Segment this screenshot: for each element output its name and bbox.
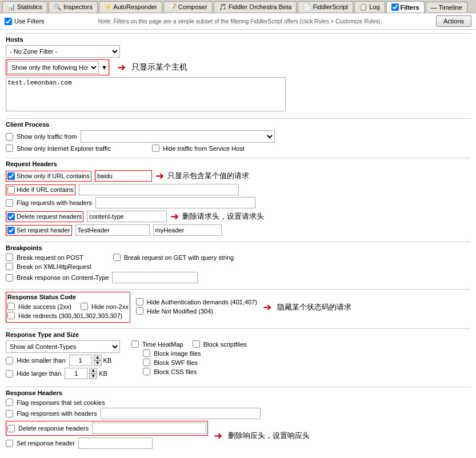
set-resp-header-name-input[interactable] xyxy=(78,437,153,449)
flag-requests-input[interactable] xyxy=(95,197,255,208)
tab-filters[interactable]: Filters xyxy=(386,1,425,13)
hide-url-label: Hide if URL contains xyxy=(17,186,74,193)
tab-inspectors[interactable]: 🔍 Inspectors xyxy=(49,1,98,13)
hide-larger-input[interactable] xyxy=(65,368,87,379)
tab-fiddler-orchestra[interactable]: 🎵 Fiddler Orchestra Beta xyxy=(214,1,297,13)
set-resp-header-checkbox[interactable] xyxy=(6,440,13,447)
breakpoints-label: Breakpoints xyxy=(6,244,470,251)
block-scriptfiles-checkbox[interactable] xyxy=(193,340,200,348)
filters-tab-checkbox[interactable] xyxy=(391,3,399,11)
hide-larger-checkbox[interactable] xyxy=(6,370,13,377)
flag-resp-headers-input[interactable] xyxy=(101,408,261,419)
ie-traffic-row: Show only Internet Explorer traffic Hide… xyxy=(6,144,470,152)
hide-traffic-service-checkbox[interactable] xyxy=(152,144,159,152)
response-type-left: Show all Content-Types Hide smaller than… xyxy=(6,340,120,381)
flag-resp-headers-checkbox[interactable] xyxy=(6,410,13,417)
tab-autoresponder[interactable]: ⚡ AutoResponder xyxy=(99,1,162,13)
show-only-url-row: Show only if URL contains ➜ 只显示包含某个值的请求 xyxy=(6,170,470,182)
set-header-value-input[interactable] xyxy=(153,224,222,236)
request-headers-label: Request Headers xyxy=(6,160,470,167)
break-post-checkbox[interactable] xyxy=(6,254,13,261)
hide-not-modified-label: Hide Not Modified (304) xyxy=(147,308,213,315)
traffic-from-select[interactable] xyxy=(81,130,275,143)
hide-larger-spinner: ▲ ▼ KB xyxy=(65,368,107,379)
break-response-checkbox[interactable] xyxy=(6,274,13,282)
set-header-checkbox[interactable] xyxy=(7,227,15,234)
request-headers-section: Request Headers Show only if URL contain… xyxy=(6,158,470,236)
tab-fiddlerscript[interactable]: 📄 FiddlerScript xyxy=(298,1,353,13)
block-swffiles-row: Block SWF files xyxy=(143,359,247,366)
use-filters-label[interactable]: Use Filters xyxy=(5,18,45,25)
hide-larger-down-btn[interactable]: ▼ xyxy=(89,373,97,379)
break-post-label: Break request on POST xyxy=(17,254,83,261)
break-response-input[interactable] xyxy=(112,272,198,283)
hosts-filter-select[interactable]: Show only the following Hosts xyxy=(7,61,99,74)
hide-larger-unit: KB xyxy=(99,370,107,377)
response-type-section: Response Type and Size Show all Content-… xyxy=(6,328,470,381)
content-type-select[interactable]: Show all Content-Types xyxy=(6,340,120,353)
hide-smaller-input[interactable] xyxy=(69,355,92,366)
hide-redirects-row: Hide redirects (300,301,302,303,307) xyxy=(7,312,129,319)
hide-not-modified-checkbox[interactable] xyxy=(136,307,143,315)
time-heatmap-label: Time HeatMap xyxy=(142,341,183,348)
hide-url-outlined: Hide if URL contains xyxy=(6,184,75,195)
flag-resp-headers-row: Flag responses with headers xyxy=(6,408,470,419)
flag-requests-checkbox[interactable] xyxy=(6,199,13,207)
annotation-arrow-hosts: ➜ xyxy=(117,61,126,74)
tab-statistics[interactable]: 📊 Statistics xyxy=(2,1,47,13)
break-xmlhttp-checkbox[interactable] xyxy=(6,263,13,270)
block-imagefiles-label: Block image files xyxy=(154,350,201,357)
show-only-url-checkbox[interactable] xyxy=(7,172,15,180)
hide-success-checkbox[interactable] xyxy=(7,303,15,310)
use-filters-checkbox[interactable] xyxy=(5,18,12,25)
break-response-row: Break response on Content-Type xyxy=(6,272,470,283)
show-only-traffic-checkbox[interactable] xyxy=(6,133,13,140)
flag-cookies-label: Flag responses that set cookies xyxy=(17,399,105,406)
tab-composer[interactable]: 📝 Composer xyxy=(163,1,213,13)
break-xmlhttp-label: Break on XMLHttpRequest xyxy=(17,263,91,270)
hide-smaller-up-btn[interactable]: ▲ xyxy=(94,355,102,360)
hide-redirects-checkbox[interactable] xyxy=(7,312,15,319)
break-get-checkbox[interactable] xyxy=(113,254,121,261)
hide-smaller-spinner: ▲ ▼ KB xyxy=(69,355,112,366)
time-heatmap-checkbox[interactable] xyxy=(131,340,139,348)
flag-cookies-checkbox[interactable] xyxy=(6,399,13,406)
client-process-section: Client Process Show only traffic from Sh… xyxy=(6,118,470,152)
actions-button[interactable]: Actions xyxy=(436,15,471,27)
hide-smaller-checkbox[interactable] xyxy=(6,357,13,364)
zone-filter-select[interactable]: - No Zone Filter - xyxy=(6,45,120,58)
hide-url-input[interactable] xyxy=(79,184,239,195)
block-imagefiles-checkbox[interactable] xyxy=(143,349,150,357)
hide-url-checkbox[interactable] xyxy=(7,186,15,194)
url-contains-input[interactable] xyxy=(95,170,152,182)
status-right-col: Hide Authentication demands (401,407) Hi… xyxy=(136,298,257,316)
break-response-label: Break response on Content-Type xyxy=(17,274,109,281)
set-header-name-input[interactable] xyxy=(75,224,150,236)
hide-smaller-row: Hide smaller than ▲ ▼ KB xyxy=(6,355,120,366)
hide-auth-checkbox[interactable] xyxy=(136,298,143,306)
show-only-ie-label: Show only Internet Explorer traffic xyxy=(17,145,111,152)
inspectors-icon: 🔍 xyxy=(54,3,62,10)
show-only-ie-checkbox[interactable] xyxy=(6,144,13,152)
delete-headers-checkbox[interactable] xyxy=(7,213,15,220)
tab-timeline[interactable]: — Timeline xyxy=(426,2,467,13)
client-process-label: Client Process xyxy=(6,121,470,128)
delete-resp-headers-input[interactable] xyxy=(92,423,206,434)
hosts-textarea[interactable]: test.lemonban.com xyxy=(6,77,286,111)
break-get-label: Break request on GET with query string xyxy=(124,254,234,261)
set-resp-header-label: Set response header xyxy=(17,440,75,447)
fiddlerscript-icon: 📄 xyxy=(303,3,311,10)
hide-larger-up-btn[interactable]: ▲ xyxy=(89,368,97,373)
hide-smaller-unit: KB xyxy=(103,357,112,364)
set-header-outlined: Set request header xyxy=(6,225,72,236)
hide-smaller-down-btn[interactable]: ▼ xyxy=(94,360,102,366)
delete-resp-headers-checkbox[interactable] xyxy=(7,425,15,432)
tab-log[interactable]: 📋 Log xyxy=(354,1,385,13)
tab-bar: 📊 Statistics 🔍 Inspectors ⚡ AutoResponde… xyxy=(0,0,476,13)
delete-headers-input[interactable] xyxy=(87,211,167,222)
hosts-section: Hosts - No Zone Filter - Show only the f… xyxy=(6,33,470,113)
hide-non2xx-checkbox[interactable] xyxy=(81,303,88,310)
block-swffiles-checkbox[interactable] xyxy=(143,359,150,366)
block-cssfiles-checkbox[interactable] xyxy=(143,368,150,375)
hide-non2xx-label: Hide non-2xx xyxy=(91,303,129,310)
